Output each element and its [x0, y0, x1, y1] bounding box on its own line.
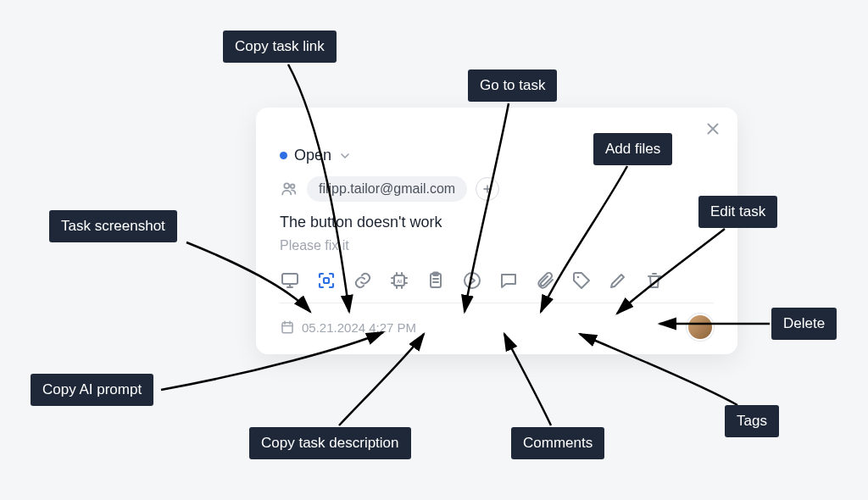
comment-icon[interactable]: [498, 270, 519, 291]
edit-icon[interactable]: [608, 270, 628, 291]
tag-icon[interactable]: [571, 270, 592, 291]
svg-rect-10: [282, 323, 292, 333]
callout-add-files: Add files: [593, 133, 672, 165]
callout-comments: Comments: [511, 427, 604, 459]
svg-point-1: [291, 185, 295, 189]
attachment-icon[interactable]: [535, 270, 555, 291]
timestamp-group: 05.21.2024 4:27 PM: [280, 319, 416, 335]
svg-point-9: [577, 276, 580, 279]
status-dot-icon: [280, 152, 287, 159]
avatar[interactable]: [687, 314, 714, 341]
svg-rect-2: [282, 274, 298, 284]
callout-delete: Delete: [771, 308, 837, 340]
goto-icon[interactable]: [462, 270, 482, 291]
callout-copy-ai-prompt: Copy AI prompt: [31, 374, 153, 406]
delete-icon[interactable]: [644, 270, 665, 291]
svg-rect-3: [324, 278, 329, 283]
svg-point-0: [284, 183, 289, 188]
card-footer: 05.21.2024 4:27 PM: [280, 303, 714, 341]
monitor-icon[interactable]: [280, 270, 300, 291]
callout-task-screenshot: Task screenshot: [49, 210, 177, 242]
svg-point-8: [465, 273, 480, 288]
task-title: The button doesn't work: [280, 214, 714, 231]
link-icon[interactable]: [353, 270, 373, 291]
calendar-icon: [280, 319, 295, 335]
status-label: Open: [294, 147, 331, 164]
ai-chip-icon[interactable]: AI: [389, 270, 409, 291]
task-toolbar: AI: [280, 270, 714, 303]
callout-edit-task: Edit task: [698, 196, 777, 228]
users-icon: [280, 180, 298, 198]
task-description: Please fix it: [280, 238, 714, 253]
clipboard-icon[interactable]: [426, 270, 446, 291]
callout-go-to-task: Go to task: [468, 69, 557, 102]
chevron-down-icon: [338, 149, 352, 163]
timestamp-text: 05.21.2024 4:27 PM: [302, 320, 416, 335]
assignee-row: filipp.tailor@gmail.com: [280, 176, 714, 202]
assignee-chip[interactable]: filipp.tailor@gmail.com: [307, 176, 467, 202]
callout-copy-task-description: Copy task description: [249, 427, 411, 459]
capture-icon[interactable]: [316, 270, 337, 291]
add-assignee-button[interactable]: [476, 177, 499, 201]
close-button[interactable]: [704, 119, 722, 138]
svg-text:AI: AI: [397, 279, 402, 284]
plus-icon: [481, 183, 493, 195]
callout-copy-task-link: Copy task link: [223, 31, 337, 63]
callout-tags: Tags: [725, 405, 779, 437]
